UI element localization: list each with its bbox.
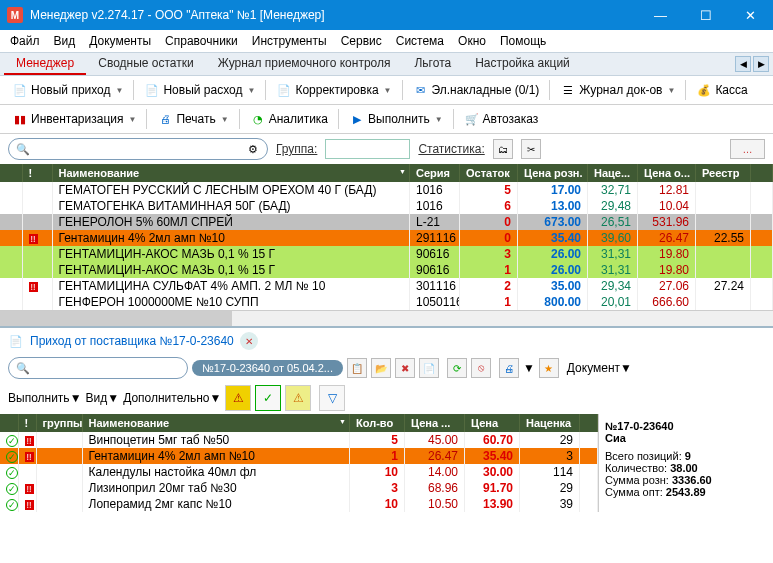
kassa-button[interactable]: 💰Касса — [692, 80, 751, 100]
run2-button[interactable]: Выполнить▼ — [8, 391, 82, 405]
new-income-button[interactable]: 📄Новый приход▼ — [8, 80, 127, 100]
menu-Система[interactable]: Система — [390, 32, 450, 50]
menu-Сервис[interactable]: Сервис — [335, 32, 388, 50]
filter-button[interactable]: ▽ — [319, 385, 345, 411]
col-excl[interactable]: ! — [22, 164, 52, 182]
col-marker[interactable] — [0, 164, 22, 182]
table-row[interactable]: ГЕНЕРОЛОН 5% 60МЛ СПРЕЙL-210673.0026,515… — [0, 214, 773, 230]
menu-Файл[interactable]: Файл — [4, 32, 46, 50]
search-input[interactable] — [31, 142, 245, 156]
col-scroll[interactable] — [751, 164, 773, 182]
btn-copy[interactable]: 📋 — [347, 358, 367, 378]
col2-pricew[interactable]: Цена ... — [405, 414, 465, 432]
print-button[interactable]: 🖨Печать▼ — [153, 109, 232, 129]
menu-Помощь[interactable]: Помощь — [494, 32, 552, 50]
btn-star[interactable]: ★ — [539, 358, 559, 378]
tab-0[interactable]: Менеджер — [4, 53, 86, 75]
info-panel: №17-0-23640 Сиа Всего позиций: 9 Количес… — [598, 414, 773, 512]
doc-journal-button[interactable]: ☰Журнал док-ов▼ — [556, 80, 679, 100]
tab-scroll-left[interactable]: ◀ — [735, 56, 751, 72]
col-reg[interactable]: Реестр — [696, 164, 751, 182]
tab-2[interactable]: Журнал приемочного контроля — [206, 53, 403, 75]
stats-cut-button[interactable]: ✂ — [521, 139, 541, 159]
cart-icon: 🛒 — [464, 111, 480, 127]
btn-stop[interactable]: ⦸ — [471, 358, 491, 378]
maximize-button[interactable]: ☐ — [683, 0, 728, 30]
col2-margin[interactable]: Наценка — [520, 414, 580, 432]
btn-refresh[interactable]: ⟳ — [447, 358, 467, 378]
table-row[interactable]: !!ГЕНТАМИЦИНА СУЛЬФАТ 4% АМП. 2 МЛ № 103… — [0, 278, 773, 294]
col2-scroll[interactable] — [580, 414, 598, 432]
col-series[interactable]: Серия — [410, 164, 460, 182]
btn-print2[interactable]: 🖨 — [499, 358, 519, 378]
stats-ellipsis-button[interactable]: … — [730, 139, 765, 159]
section-search[interactable]: 🔍 — [8, 357, 188, 379]
new-expense-button[interactable]: 📄Новый расход▼ — [140, 80, 259, 100]
col2-qty[interactable]: Кол-во — [350, 414, 405, 432]
table-row[interactable]: ГЕМАТОГЕН РУССКИЙ С ЛЕСНЫМ ОРЕХОМ 40 Г (… — [0, 182, 773, 198]
btn-del[interactable]: ✖ — [395, 358, 415, 378]
table-row[interactable]: ГЕМАТОГЕНКА ВИТАМИННАЯ 50Г (БАД)1016613.… — [0, 198, 773, 214]
table-row[interactable]: !!Гентамицин 4% 2мл амп №10291116035.403… — [0, 230, 773, 246]
info-docno: №17-0-23640 — [605, 420, 767, 432]
table-row[interactable]: ✓!!Винпоцетин 5мг таб №50545.0060.7029 — [0, 432, 598, 448]
section-close-button[interactable]: ✕ — [240, 332, 258, 350]
table-row[interactable]: ГЕНТАМИЦИН-АКОС МАЗЬ 0,1 % 15 Г90616326.… — [0, 246, 773, 262]
gear-icon[interactable]: ⚙ — [245, 141, 261, 157]
menu-Вид[interactable]: Вид — [48, 32, 82, 50]
col-price[interactable]: Цена розн. — [518, 164, 588, 182]
col2-excl[interactable]: ! — [18, 414, 36, 432]
col2-name[interactable]: Наименование — [82, 414, 350, 432]
col-margin[interactable]: Наце... — [588, 164, 638, 182]
table-row[interactable]: ✓!!Гентамицин 4% 2мл амп №10126.4735.403 — [0, 448, 598, 464]
detail-grid[interactable]: ! группы Наименование Кол-во Цена ... Це… — [0, 414, 598, 512]
menu-Документы[interactable]: Документы — [83, 32, 157, 50]
ok-button[interactable]: ✓ — [255, 385, 281, 411]
stats-label[interactable]: Статистика: — [418, 142, 484, 156]
table-row[interactable]: ✓Календулы настойка 40мл фл1014.0030.001… — [0, 464, 598, 480]
section-search-input[interactable] — [31, 361, 181, 375]
tab-1[interactable]: Сводные остатки — [86, 53, 205, 75]
table-row[interactable]: ✓!!Лоперамид 2мг капс №101010.5013.9039 — [0, 496, 598, 512]
group-input[interactable] — [325, 139, 410, 159]
analytics-button[interactable]: ◔Аналитика — [246, 109, 332, 129]
run-button[interactable]: ▶Выполнить▼ — [345, 109, 447, 129]
hscroll-main[interactable] — [0, 310, 773, 326]
menu-Инструменты[interactable]: Инструменты — [246, 32, 333, 50]
stats-card-button[interactable]: 🗂 — [493, 139, 513, 159]
btn-doc[interactable]: 📄 — [419, 358, 439, 378]
e-invoices-button[interactable]: ✉Эл.накладные (0/1) — [409, 80, 544, 100]
doc-pill[interactable]: №17-0-23640 от 05.04.2... — [192, 360, 343, 376]
search-icon: 🔍 — [15, 360, 31, 376]
menu-Справочники[interactable]: Справочники — [159, 32, 244, 50]
document-dropdown[interactable]: Документ▼ — [567, 361, 632, 375]
correction-button[interactable]: 📄Корректировка▼ — [272, 80, 395, 100]
table-row[interactable]: ГЕНФЕРОН 1000000МЕ №10 СУПП10501161800.0… — [0, 294, 773, 310]
btn-open[interactable]: 📂 — [371, 358, 391, 378]
close-button[interactable]: ✕ — [728, 0, 773, 30]
table-row[interactable]: ✓!!Лизиноприл 20мг таб №30368.9691.7029 — [0, 480, 598, 496]
tab-4[interactable]: Настройка акций — [463, 53, 582, 75]
info-supplier: Сиа — [605, 432, 767, 444]
section-title: Приход от поставщика №17-0-23640 — [30, 334, 234, 348]
col2-chk[interactable] — [0, 414, 18, 432]
col-rest[interactable]: Остаток — [460, 164, 518, 182]
table-row[interactable]: ГЕНТАМИЦИН-АКОС МАЗЬ 0,1 % 15 Г90616126.… — [0, 262, 773, 278]
tab-3[interactable]: Льгота — [402, 53, 463, 75]
minimize-button[interactable]: — — [638, 0, 683, 30]
col2-grp[interactable]: группы — [36, 414, 82, 432]
alert-button[interactable]: ⚠ — [285, 385, 311, 411]
view-button[interactable]: Вид▼ — [86, 391, 120, 405]
col2-price[interactable]: Цена — [465, 414, 520, 432]
warn-button[interactable]: ⚠ — [225, 385, 251, 411]
auto-order-button[interactable]: 🛒Автозаказ — [460, 109, 543, 129]
main-grid[interactable]: ! Наименование Серия Остаток Цена розн. … — [0, 164, 773, 310]
cash-icon: 💰 — [696, 82, 712, 98]
search-box[interactable]: 🔍 ⚙ — [8, 138, 268, 160]
menu-Окно[interactable]: Окно — [452, 32, 492, 50]
tab-scroll-right[interactable]: ▶ — [753, 56, 769, 72]
extra-button[interactable]: Дополнительно▼ — [123, 391, 221, 405]
col-wprice[interactable]: Цена о... — [638, 164, 696, 182]
inventory-button[interactable]: ▮▮Инвентаризация▼ — [8, 109, 140, 129]
col-name[interactable]: Наименование — [52, 164, 410, 182]
